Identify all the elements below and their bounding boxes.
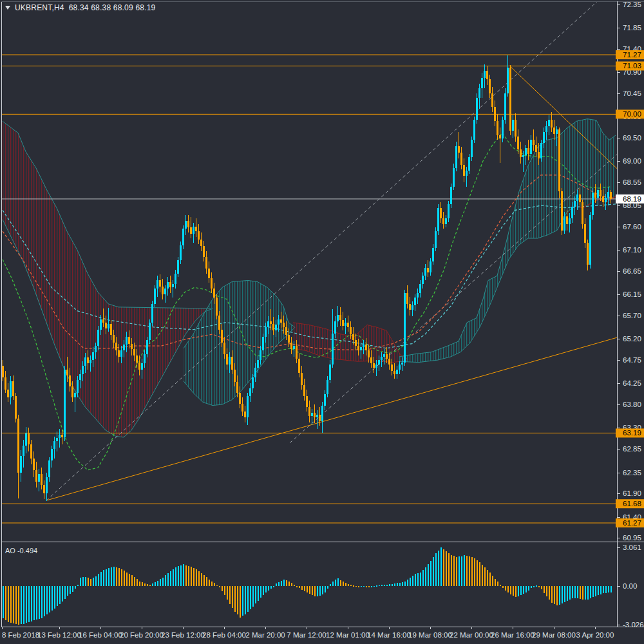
- ao-bar: [100, 572, 102, 586]
- ao-bar: [299, 586, 300, 588]
- candle-body: [257, 360, 259, 368]
- ao-bar: [98, 574, 99, 586]
- candle-body: [355, 340, 357, 346]
- candle-body: [332, 334, 334, 365]
- candle-body: [324, 394, 326, 405]
- candle-body: [84, 357, 86, 366]
- ao-bar: [106, 569, 107, 587]
- candle-body: [51, 449, 53, 460]
- candle-body: [136, 355, 138, 363]
- candle-body: [79, 374, 81, 380]
- ao-bar: [129, 574, 130, 586]
- ao-bar: [72, 586, 73, 592]
- ao-bar: [330, 584, 331, 586]
- ao-bar: [263, 586, 264, 595]
- ao-bar: [559, 586, 560, 604]
- ao-bar: [412, 576, 413, 587]
- ao-bar: [526, 586, 527, 592]
- ao-bar: [296, 586, 298, 587]
- ao-bar: [124, 571, 125, 586]
- candle-body: [504, 93, 506, 120]
- time-tick-label: 14 Mar 16:00: [367, 631, 411, 639]
- candle-body: [409, 304, 411, 310]
- candle-body: [247, 396, 249, 417]
- candle-body: [35, 470, 37, 482]
- ao-bar: [214, 583, 215, 586]
- candle-body: [301, 373, 303, 385]
- candle-body: [494, 107, 496, 121]
- ao-bar: [165, 575, 166, 586]
- ao-bar: [41, 586, 43, 618]
- ao-bar: [402, 582, 403, 586]
- candle-body: [244, 412, 246, 417]
- candle-body: [530, 140, 532, 154]
- candle-body: [404, 293, 406, 363]
- candle-body: [391, 365, 393, 370]
- candle-body: [149, 323, 151, 340]
- ao-bar: [404, 582, 406, 586]
- price-tick-label: 69.50: [623, 134, 641, 142]
- candle-body: [7, 390, 9, 397]
- ao-bar: [528, 586, 529, 591]
- ao-bar: [185, 565, 187, 587]
- candle-body: [190, 227, 192, 233]
- candle-body: [424, 268, 426, 276]
- ao-bar: [111, 567, 112, 586]
- candle-body: [169, 282, 171, 288]
- ao-bar: [219, 586, 220, 587]
- ao-bar: [518, 586, 519, 596]
- symbol-period-label: UKBRENT,H4: [15, 3, 64, 12]
- candle-body: [218, 316, 220, 330]
- candle-body: [360, 347, 362, 350]
- candle-body: [393, 371, 395, 374]
- candle-body: [66, 370, 68, 375]
- ao-bar: [289, 582, 290, 587]
- ao-bar: [363, 586, 365, 587]
- candle-body: [419, 284, 421, 294]
- ao-bar: [482, 565, 483, 587]
- candle-body: [430, 261, 431, 272]
- ao-bar: [309, 586, 310, 594]
- candle-body: [564, 216, 565, 231]
- ao-bar: [479, 562, 480, 586]
- candle-body: [290, 343, 292, 349]
- candle-body: [455, 146, 457, 168]
- ao-bar: [281, 581, 282, 587]
- ao-bar: [8, 586, 9, 621]
- ao-bar: [446, 551, 447, 586]
- ao-bar: [392, 584, 393, 587]
- ao-bar: [459, 556, 460, 586]
- price-tick-label: 62.35: [623, 469, 641, 477]
- candle-body: [167, 282, 169, 289]
- time-tick-label: 3 Apr 20:00: [576, 631, 614, 639]
- candle-body: [334, 321, 336, 334]
- price-tick-label: 63.80: [623, 401, 641, 408]
- candle-body: [56, 438, 58, 440]
- candle-body: [594, 193, 596, 197]
- ao-bar: [162, 578, 164, 587]
- chart-canvas[interactable]: 72.3571.8571.4070.9070.4569.9569.5069.00…: [0, 0, 644, 644]
- ao-bar: [142, 582, 143, 586]
- candle-body: [535, 145, 537, 152]
- ao-bar: [340, 580, 341, 587]
- candle-body: [61, 435, 63, 437]
- symbol-dropdown-icon[interactable]: [5, 6, 10, 10]
- ao-bar: [538, 586, 540, 587]
- candle-body: [278, 319, 279, 325]
- ao-bar: [353, 585, 354, 586]
- ao-bar: [582, 586, 583, 600]
- candle-body: [48, 460, 50, 477]
- time-tick-label: 22 Mar 00:00: [450, 631, 493, 639]
- ao-bar: [477, 560, 478, 586]
- candle-body: [306, 396, 308, 407]
- price-level-label: 61.27: [623, 519, 641, 527]
- candle-body: [20, 456, 22, 472]
- ao-bar: [247, 586, 249, 611]
- candle-body: [141, 363, 143, 369]
- ao-bar: [366, 586, 367, 587]
- ao-bar: [415, 574, 416, 587]
- ao-bar: [82, 577, 84, 586]
- candle-body: [597, 190, 599, 198]
- candle-body: [401, 363, 403, 365]
- time-tick-label: 19 Mar 08:00: [408, 631, 452, 639]
